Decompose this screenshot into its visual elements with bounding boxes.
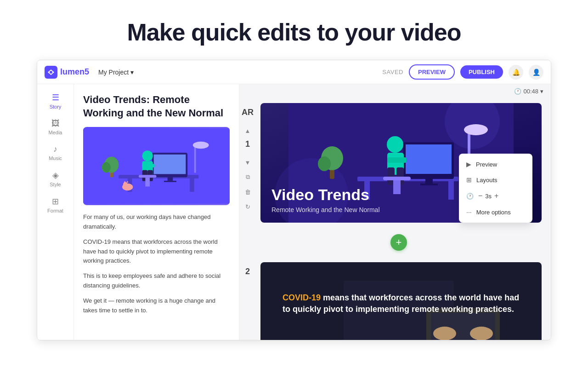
sidebar-item-style[interactable]: ◈ Style xyxy=(40,167,71,191)
slide-2-text-container: COVID-19 means that workforces across th… xyxy=(271,283,531,324)
svg-rect-34 xyxy=(425,179,433,184)
sidebar-item-music[interactable]: ♪ Music xyxy=(40,141,71,165)
sidebar-item-media[interactable]: 🖼 Media xyxy=(40,115,71,139)
publish-button[interactable]: PUBLISH xyxy=(460,65,503,79)
sidebar-label-media: Media xyxy=(49,130,62,135)
preview-button[interactable]: PREVIEW xyxy=(409,64,455,80)
sidebar-item-story[interactable]: ☰ Story xyxy=(40,89,71,113)
layouts-menu-icon: ⊞ xyxy=(466,176,472,184)
logo-text: lumen5 xyxy=(60,67,89,77)
svg-rect-42 xyxy=(393,180,401,194)
svg-point-36 xyxy=(387,136,403,153)
slide-1-label: AR xyxy=(242,108,254,117)
slide-2-highlight: COVID-19 xyxy=(283,293,321,302)
svg-point-53 xyxy=(470,327,493,340)
slide-2-text: COVID-19 means that workforces across th… xyxy=(283,292,520,315)
slide-1-down-btn[interactable]: ▼ xyxy=(242,156,254,168)
svg-point-21 xyxy=(193,142,209,149)
layouts-menu-label: Layouts xyxy=(476,177,498,184)
preview-menu-icon: ▶ xyxy=(466,161,471,168)
context-menu-more[interactable]: ··· More options xyxy=(459,204,532,220)
svg-point-45 xyxy=(318,156,331,171)
hero-section: Make quick edits to your video xyxy=(0,0,588,60)
time-plus-btn[interactable]: + xyxy=(494,192,498,200)
add-slide-button[interactable]: + xyxy=(390,234,407,251)
svg-point-10 xyxy=(142,150,153,161)
story-paragraph-4: We get it — remote working is a huge cha… xyxy=(83,296,230,316)
story-paragraph-1: For many of us, our working days have ch… xyxy=(83,213,230,232)
project-name-dropdown[interactable]: My Project ▾ xyxy=(98,69,134,76)
slide-2-number: 2 xyxy=(245,267,250,276)
svg-rect-33 xyxy=(406,144,452,174)
svg-point-19 xyxy=(102,162,111,172)
thumbnail-illustration xyxy=(83,127,230,205)
slide-1-subheadline: Remote Working and the New Normal xyxy=(271,206,380,213)
clock-menu-icon: 🕐 xyxy=(466,193,474,200)
main-content: ☰ Story 🖼 Media ♪ Music ◈ Style ⊞ Format… xyxy=(37,84,551,340)
slide-wrapper-2: 2 xyxy=(239,262,542,340)
svg-rect-40 xyxy=(387,157,407,163)
hero-title: Make quick edits to your video xyxy=(9,18,579,46)
svg-rect-31 xyxy=(448,181,454,200)
svg-rect-15 xyxy=(139,175,157,178)
story-icon: ☰ xyxy=(52,92,59,103)
context-menu-layouts[interactable]: ⊞ Layouts xyxy=(459,172,532,188)
more-menu-label: More options xyxy=(476,209,511,216)
svg-rect-20 xyxy=(194,146,196,173)
notifications-button[interactable]: 🔔 xyxy=(509,65,523,80)
sidebar-label-story: Story xyxy=(50,104,62,109)
saved-status: SAVED xyxy=(382,69,403,75)
style-icon: ◈ xyxy=(52,170,59,180)
svg-rect-14 xyxy=(142,164,155,167)
duration-controls: 🕐 − 3s + xyxy=(459,188,532,204)
preview-scroll: AR ▲ 1 ▼ ⧉ 🗑 ↻ xyxy=(239,98,551,340)
slide-1-copy-btn[interactable]: ⧉ xyxy=(242,171,254,183)
dropdown-icon: ▾ xyxy=(130,69,134,76)
project-name-text: My Project xyxy=(98,69,129,76)
slide-1-up-btn[interactable]: ▲ xyxy=(242,125,254,137)
svg-point-1 xyxy=(50,71,52,74)
time-minus-btn[interactable]: − xyxy=(478,192,482,200)
time-controls: − 3s + xyxy=(478,192,498,200)
svg-rect-7 xyxy=(154,155,186,174)
context-menu-preview[interactable]: ▶ Preview xyxy=(459,156,532,172)
logo: lumen5 xyxy=(45,66,89,79)
app-window: lumen5 My Project ▾ SAVED PREVIEW PUBLIS… xyxy=(37,60,551,340)
logo-icon xyxy=(45,66,57,79)
media-icon: 🖼 xyxy=(51,119,60,128)
svg-rect-16 xyxy=(145,178,150,186)
sidebar-label-music: Music xyxy=(49,155,62,161)
svg-point-47 xyxy=(464,124,488,135)
sidebar-label-style: Style xyxy=(50,182,61,187)
story-thumbnail xyxy=(83,127,230,205)
clock-icon: 🕐 xyxy=(514,88,521,95)
time-display: 🕐 00:48 ▾ xyxy=(514,88,543,95)
slide-1-number: 1 xyxy=(245,139,250,149)
svg-rect-41 xyxy=(383,177,411,180)
slide-2-controls: 2 xyxy=(239,262,256,281)
svg-point-23 xyxy=(123,182,128,187)
preview-menu-label: Preview xyxy=(476,161,497,168)
slide-1-headline: Video Trends xyxy=(271,186,380,203)
user-avatar[interactable]: 👤 xyxy=(529,65,543,80)
story-paragraph-3: This is to keep employees safe and adher… xyxy=(83,271,230,291)
sidebar-label-format: Format xyxy=(47,208,63,213)
slide-1-controls: AR ▲ 1 ▼ ⧉ 🗑 ↻ xyxy=(239,103,256,213)
time-value: 00:48 xyxy=(523,88,538,95)
preview-header: 🕐 00:48 ▾ xyxy=(239,84,551,98)
slide-1-text: Video Trends Remote Working and the New … xyxy=(271,186,380,213)
slides-container: AR ▲ 1 ▼ ⧉ 🗑 ↻ xyxy=(239,98,551,340)
svg-rect-8 xyxy=(168,177,173,181)
preview-area: 🕐 00:48 ▾ AR ▲ 1 ▼ ⧉ 🗑 xyxy=(239,84,551,340)
add-slide-area: + xyxy=(256,232,542,253)
more-menu-icon: ··· xyxy=(466,208,472,216)
topbar: lumen5 My Project ▾ SAVED PREVIEW PUBLIS… xyxy=(37,60,551,84)
slide-1-delete-btn[interactable]: 🗑 xyxy=(242,186,254,198)
svg-rect-35 xyxy=(420,184,438,185)
topbar-right: SAVED PREVIEW PUBLISH 🔔 👤 xyxy=(382,64,543,80)
slide-2-frame[interactable]: COVID-19 means that workforces across th… xyxy=(260,262,542,340)
sidebar-item-format[interactable]: ⊞ Format xyxy=(40,193,71,217)
slide-1-sync-btn[interactable]: ↻ xyxy=(242,201,254,213)
story-paragraph-2: COVID-19 means that workforces across th… xyxy=(83,237,230,266)
format-icon: ⊞ xyxy=(52,196,59,207)
